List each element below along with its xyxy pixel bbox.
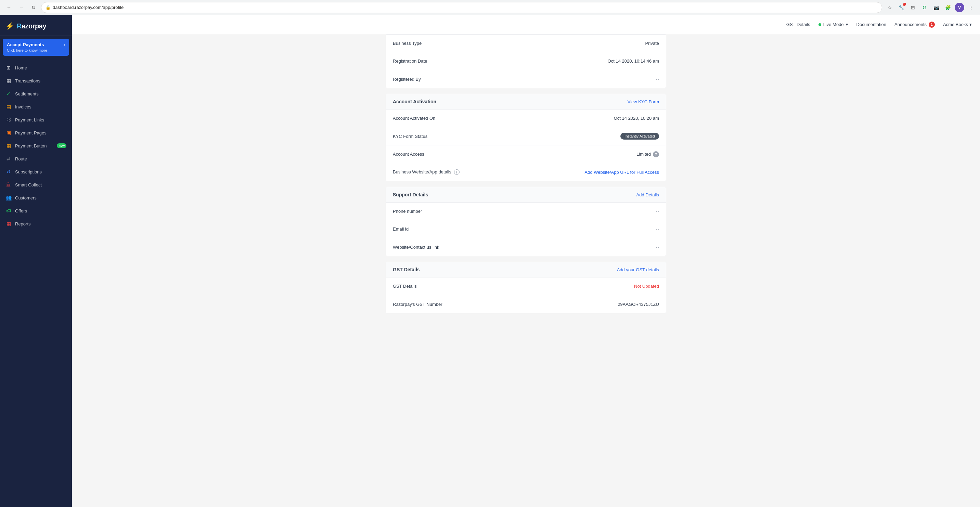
- browser-chrome: ← → ↻ 🔒 ☆ 🔧 ⊞ G 📷 🧩 V ⋮: [0, 0, 980, 15]
- instantly-activated-badge: Instantly Activated: [620, 133, 659, 140]
- email-id-value: --: [656, 226, 659, 232]
- phone-number-label: Phone number: [393, 209, 422, 214]
- reload-button[interactable]: ↻: [29, 3, 38, 12]
- business-website-row: Business Website/App details i Add Websi…: [386, 163, 666, 181]
- razorpay-gst-number-value: 29AAGCR4375J1ZU: [617, 302, 659, 307]
- bookmark-icon[interactable]: ☆: [885, 3, 894, 12]
- phone-number-value: --: [656, 209, 659, 214]
- announcements-button[interactable]: Announcements 1: [894, 22, 935, 28]
- sidebar: ⚡ Razorpay Accept Payments › Click here …: [0, 15, 72, 507]
- camera-icon[interactable]: 📷: [931, 3, 941, 12]
- business-type-label: Business Type: [393, 41, 422, 46]
- business-website-label: Business Website/App details i: [393, 169, 460, 175]
- add-gst-details-link[interactable]: Add your GST details: [617, 267, 659, 272]
- website-info-icon[interactable]: i: [454, 169, 460, 175]
- sidebar-item-smart-collect[interactable]: 🏛 Smart Collect: [0, 178, 72, 191]
- sidebar-nav: ⊞ Home ▦ Transactions ✓ Settlements ▤ In…: [0, 59, 72, 507]
- add-support-details-link[interactable]: Add Details: [636, 192, 659, 197]
- documentation-label: Documentation: [856, 22, 886, 27]
- gst-details-header: GST Details Add your GST details: [386, 262, 666, 277]
- sidebar-item-transactions[interactable]: ▦ Transactions: [0, 74, 72, 87]
- account-chevron-icon: ▾: [969, 22, 972, 27]
- extensions-icon[interactable]: 🧩: [943, 3, 953, 12]
- gst-status-row: GST Details Not Updated: [386, 277, 666, 295]
- browser-actions: ☆ 🔧 ⊞ G 📷 🧩 V ⋮: [885, 3, 976, 12]
- business-type-value: Private: [645, 41, 659, 46]
- nav-label-payment-pages: Payment Pages: [15, 130, 66, 135]
- profile-content: Business Type Private Registration Date …: [386, 34, 666, 313]
- user-avatar[interactable]: V: [955, 3, 964, 12]
- app-container: ⚡ Razorpay Accept Payments › Click here …: [0, 15, 980, 507]
- account-activation-card: Account Activation View KYC Form Account…: [386, 94, 666, 181]
- documentation-link[interactable]: Documentation: [856, 22, 886, 27]
- back-button[interactable]: ←: [4, 3, 14, 12]
- sidebar-item-reports[interactable]: ▦ Reports: [0, 217, 72, 230]
- url-input[interactable]: [53, 5, 878, 10]
- grammarly-icon[interactable]: G: [920, 3, 929, 12]
- sidebar-item-invoices[interactable]: ▤ Invoices: [0, 100, 72, 113]
- nav-label-invoices: Invoices: [15, 104, 66, 110]
- sidebar-item-subscriptions[interactable]: ↺ Subscriptions: [0, 165, 72, 178]
- sidebar-item-route[interactable]: ⇄ Route: [0, 152, 72, 165]
- payment-links-icon: ⛓: [5, 117, 12, 123]
- view-kyc-form-link[interactable]: View KYC Form: [628, 99, 659, 104]
- sidebar-item-payment-links[interactable]: ⛓ Payment Links: [0, 113, 72, 126]
- registered-by-label: Registered By: [393, 76, 421, 82]
- live-mode-label: Live Mode: [823, 22, 844, 27]
- extension-alert-icon[interactable]: 🔧: [897, 3, 906, 12]
- gst-details-card: GST Details Add your GST details GST Det…: [386, 262, 666, 313]
- account-access-label: Account Access: [393, 151, 424, 157]
- kyc-form-status-label: KYC Form Status: [393, 134, 427, 139]
- home-icon: ⊞: [5, 65, 12, 71]
- support-details-title: Support Details: [393, 192, 428, 197]
- support-details-card: Support Details Add Details Phone number…: [386, 187, 666, 256]
- route-icon: ⇄: [5, 156, 12, 162]
- gst-details-link[interactable]: GST Details: [786, 22, 810, 27]
- support-details-header: Support Details Add Details: [386, 187, 666, 202]
- nav-label-transactions: Transactions: [15, 78, 66, 83]
- email-id-label: Email id: [393, 226, 409, 232]
- menu-icon[interactable]: ⋮: [966, 3, 976, 12]
- settlements-icon: ✓: [5, 91, 12, 97]
- nav-label-payment-button: Payment Button: [15, 143, 53, 148]
- account-activated-on-row: Account Activated On Oct 14 2020, 10:20 …: [386, 110, 666, 127]
- website-contact-label: Website/Contact us link: [393, 245, 439, 250]
- email-id-row: Email id --: [386, 220, 666, 238]
- live-mode-button[interactable]: Live Mode ▾: [818, 22, 848, 27]
- sidebar-item-offers[interactable]: 🏷 Offers: [0, 204, 72, 217]
- registration-date-row: Registration Date Oct 14 2020, 10:14:46 …: [386, 52, 666, 70]
- accept-payments-banner[interactable]: Accept Payments › Click here to know mor…: [3, 39, 69, 56]
- live-mode-chevron: ▾: [846, 22, 848, 27]
- account-access-help-icon[interactable]: ?: [653, 151, 659, 157]
- business-info-card: Business Type Private Registration Date …: [386, 34, 666, 88]
- gst-status-value: Not Updated: [634, 284, 659, 289]
- nav-label-route: Route: [15, 156, 66, 162]
- customers-icon: 👥: [5, 195, 12, 201]
- sidebar-item-payment-button[interactable]: ▦ Payment Button new: [0, 139, 72, 152]
- new-badge: new: [57, 143, 66, 148]
- sidebar-item-payment-pages[interactable]: ▣ Payment Pages: [0, 126, 72, 139]
- razorpay-logo-text: Razorpay: [17, 22, 46, 30]
- razorpay-gst-number-row: Razorpay's GST Number 29AAGCR4375J1ZU: [386, 295, 666, 313]
- top-header: GST Details Live Mode ▾ Documentation An…: [72, 15, 980, 34]
- sidebar-logo: ⚡ Razorpay: [0, 15, 72, 36]
- account-menu-button[interactable]: Acme Books ▾: [943, 22, 972, 27]
- apps-icon[interactable]: ⊞: [908, 3, 918, 12]
- nav-label-reports: Reports: [15, 221, 66, 226]
- sidebar-item-customers[interactable]: 👥 Customers: [0, 191, 72, 204]
- sidebar-item-settlements[interactable]: ✓ Settlements: [0, 87, 72, 100]
- sidebar-item-home[interactable]: ⊞ Home: [0, 61, 72, 74]
- account-access-value: Limited: [636, 151, 651, 157]
- razorpay-gst-number-label: Razorpay's GST Number: [393, 302, 442, 307]
- subscriptions-icon: ↺: [5, 168, 12, 175]
- forward-button[interactable]: →: [16, 3, 26, 12]
- invoices-icon: ▤: [5, 104, 12, 110]
- logo-container: ⚡ Razorpay: [5, 22, 66, 30]
- account-activation-title: Account Activation: [393, 99, 436, 104]
- phone-number-row: Phone number --: [386, 202, 666, 220]
- registration-date-label: Registration Date: [393, 59, 427, 64]
- accept-payments-title: Accept Payments ›: [7, 42, 65, 47]
- reports-icon: ▦: [5, 221, 12, 227]
- content-area: Business Type Private Registration Date …: [72, 34, 980, 507]
- add-website-url-link[interactable]: Add Website/App URL for Full Access: [585, 170, 659, 175]
